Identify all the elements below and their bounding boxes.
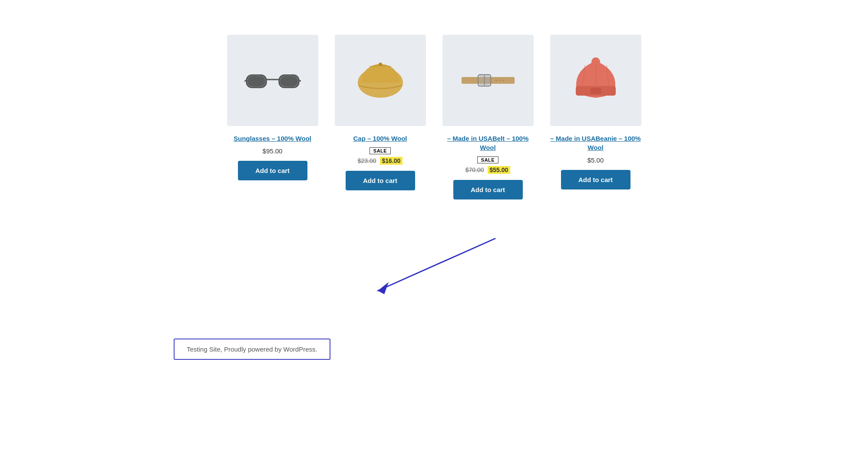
svg-point-15 (502, 80, 503, 81)
belt-icon (460, 52, 516, 109)
add-to-cart-belt[interactable]: Add to cart (453, 180, 523, 199)
price-group-cap: $23.00 $16.00 (358, 157, 403, 165)
footer-text-box: Testing Site, Proudly powered by WordPre… (174, 339, 330, 360)
product-price-beanie: $5.00 (587, 156, 604, 164)
product-price-sunglasses: $95.00 (263, 147, 283, 155)
product-title-sunglasses[interactable]: Sunglasses – 100% Wool (234, 134, 311, 143)
add-to-cart-cap[interactable]: Add to cart (346, 171, 415, 190)
price-old-cap: $23.00 (358, 157, 376, 164)
svg-marker-25 (378, 282, 389, 294)
product-image-sunglasses (227, 35, 318, 126)
annotation-arrow-svg (165, 234, 512, 304)
cap-icon (352, 52, 409, 109)
svg-point-13 (495, 80, 497, 81)
price-old-belt: $70.00 (465, 166, 484, 173)
svg-rect-3 (280, 76, 298, 86)
svg-line-24 (378, 239, 495, 291)
arrow-annotation (165, 234, 512, 304)
product-card-belt: – Made in USABelt – 100% Wool SALE $70.0… (440, 35, 536, 199)
price-new-belt: $55.00 (488, 166, 511, 174)
footer-text: Testing Site, Proudly powered by WordPre… (187, 345, 317, 353)
sale-badge-belt: SALE (477, 156, 498, 163)
add-to-cart-beanie[interactable]: Add to cart (561, 170, 630, 189)
product-image-beanie (550, 35, 641, 126)
main-content: Sunglasses – 100% Wool $95.00 Add to car… (0, 0, 868, 395)
product-title-beanie[interactable]: – Made in USABeanie – 100% Wool (548, 134, 644, 152)
svg-point-8 (379, 63, 382, 66)
product-image-cap (335, 35, 426, 126)
price-group-belt: $70.00 $55.00 (465, 166, 511, 174)
svg-point-14 (499, 80, 500, 81)
price-new-cap: $16.00 (380, 157, 403, 165)
sunglasses-icon (244, 52, 301, 109)
svg-rect-20 (591, 88, 601, 94)
product-title-cap[interactable]: Cap – 100% Wool (353, 134, 407, 143)
product-image-belt (442, 35, 534, 126)
footer-area: Testing Site, Proudly powered by WordPre… (87, 234, 781, 360)
svg-rect-2 (248, 76, 265, 86)
products-grid: Sunglasses – 100% Wool $95.00 Add to car… (87, 17, 781, 199)
product-title-belt[interactable]: – Made in USABelt – 100% Wool (440, 134, 536, 152)
beanie-icon (568, 52, 624, 109)
product-card-beanie: – Made in USABeanie – 100% Wool $5.00 Ad… (548, 35, 644, 199)
product-card-sunglasses: Sunglasses – 100% Wool $95.00 Add to car… (225, 35, 320, 199)
sale-badge-cap: SALE (370, 147, 391, 154)
add-to-cart-sunglasses[interactable]: Add to cart (238, 161, 307, 180)
product-card-cap: Cap – 100% Wool SALE $23.00 $16.00 Add t… (333, 35, 428, 199)
